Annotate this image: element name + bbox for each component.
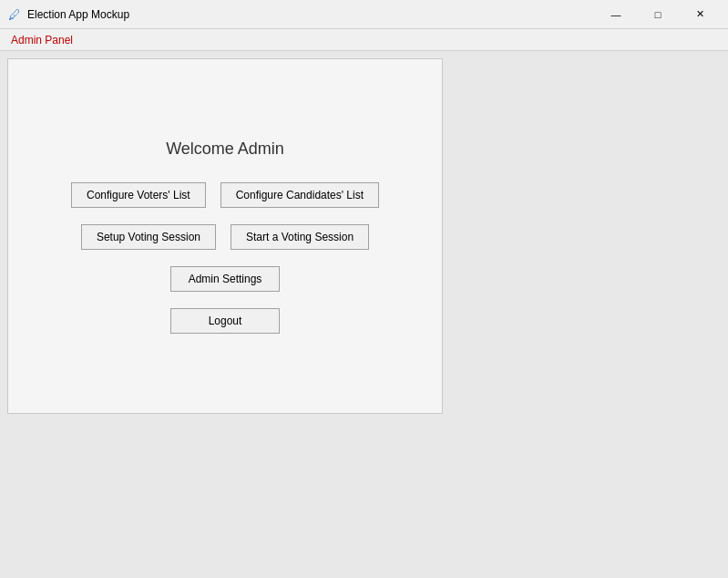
logout-button[interactable]: Logout xyxy=(170,308,280,334)
start-voting-button[interactable]: Start a Voting Session xyxy=(231,224,369,250)
welcome-text: Welcome Admin xyxy=(166,139,284,159)
setup-voting-button[interactable]: Setup Voting Session xyxy=(81,224,216,250)
app-window: 🖊 Election App Mockup — □ ✕ Admin Panel … xyxy=(0,0,728,578)
logout-row: Logout xyxy=(170,308,280,334)
title-bar: 🖊 Election App Mockup — □ ✕ xyxy=(0,0,728,29)
configure-button-row: Configure Voters' List Configure Candida… xyxy=(71,182,379,208)
window-controls: — □ ✕ xyxy=(595,0,721,29)
admin-settings-button[interactable]: Admin Settings xyxy=(170,266,280,292)
voting-session-button-row: Setup Voting Session Start a Voting Sess… xyxy=(81,224,369,250)
content-area: Welcome Admin Configure Voters' List Con… xyxy=(0,51,728,578)
admin-settings-row: Admin Settings xyxy=(170,266,280,292)
close-button[interactable]: ✕ xyxy=(679,0,721,29)
app-icon: 🖊 xyxy=(7,7,22,22)
admin-panel-menu[interactable]: Admin Panel xyxy=(4,32,80,48)
minimize-button[interactable]: — xyxy=(595,0,637,29)
window-title: Election App Mockup xyxy=(27,8,595,21)
maximize-button[interactable]: □ xyxy=(637,0,679,29)
configure-voters-button[interactable]: Configure Voters' List xyxy=(71,182,206,208)
menu-bar: Admin Panel xyxy=(0,29,728,51)
main-panel: Welcome Admin Configure Voters' List Con… xyxy=(7,58,443,414)
configure-candidates-button[interactable]: Configure Candidates' List xyxy=(220,182,379,208)
